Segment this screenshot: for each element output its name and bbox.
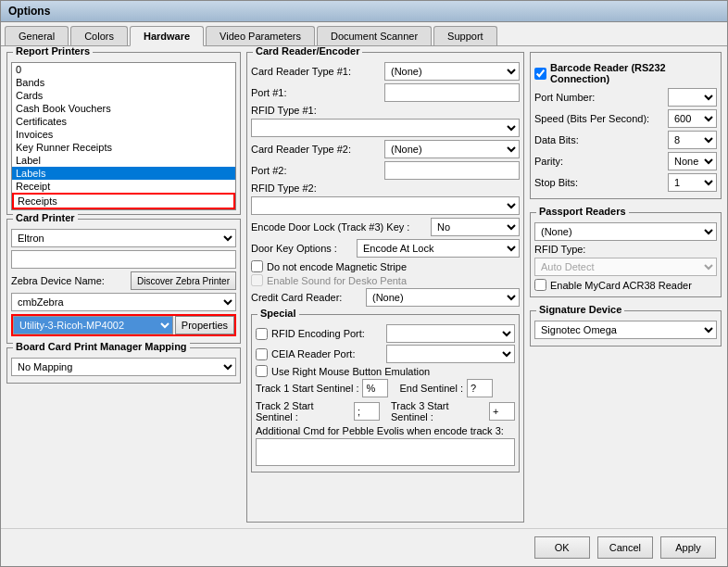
rfid1-label: RFID Type #1: (251, 105, 381, 116)
ceia-checkbox[interactable] (256, 348, 268, 360)
enable-sound-row: Enable Sound for Desko Penta (251, 274, 520, 286)
do-not-encode-label: Do not encode Magnetic Stripe (267, 261, 407, 272)
encode-door-select[interactable]: No (431, 218, 520, 236)
track3-start-input[interactable] (489, 402, 515, 421)
data-bits-select[interactable]: 8 (668, 131, 717, 149)
rfid-encoding-checkbox[interactable] (256, 328, 268, 340)
signature-select-row: Signotec Omega (534, 321, 717, 339)
stop-bits-select[interactable]: 1 (668, 173, 717, 192)
printer-item-receipts[interactable]: Receipts (12, 193, 235, 209)
board-card-group: Board Card Print Manager Mapping No Mapp… (6, 347, 241, 384)
right-mouse-checkbox[interactable] (256, 365, 268, 377)
track2-start-input[interactable] (354, 402, 380, 421)
rfid-type-row: RFID Type: (534, 244, 717, 255)
encode-door-row: Encode Door Lock (Track #3) Key : No (251, 218, 520, 236)
no-mapping-row: No Mapping (11, 358, 236, 376)
speed-select[interactable]: 600 (668, 109, 717, 128)
port-number-select[interactable] (668, 88, 717, 107)
track1-start-label: Track 1 Start Sentinel : (256, 383, 358, 394)
rfid2-row: RFID Type #2: (251, 183, 520, 194)
enable-mycard-label: Enable MyCard ACR38 Reader (550, 280, 692, 291)
footer: OK Cancel Apply (1, 528, 727, 566)
card-printer-group: Card Printer Eltron Zebra Device Name: D… (6, 219, 241, 344)
parity-select[interactable]: None (668, 152, 717, 170)
data-bits-label: Data Bits: (534, 134, 664, 145)
door-key-select[interactable]: Encode At Lock (357, 239, 520, 258)
enable-mycard-row: Enable MyCard ACR38 Reader (534, 279, 717, 291)
additional-cmd-label: Additional Cmd for Pebble Evolis when en… (256, 425, 515, 436)
ok-button[interactable]: OK (534, 536, 590, 559)
no-mapping-select[interactable]: No Mapping (11, 358, 236, 376)
printer-item-certificates[interactable]: Certificates (12, 115, 235, 128)
printer-list[interactable]: 0 Bands Cards Cash Book Vouchers Certifi… (11, 62, 236, 210)
cmb-zebra-row: cmbZebra (11, 293, 236, 311)
signature-select[interactable]: Signotec Omega (534, 321, 717, 339)
printer-item-reports[interactable]: Reports (12, 209, 235, 210)
rfid-encoding-select[interactable] (386, 324, 515, 343)
printer-item-receipt[interactable]: Receipt (12, 180, 235, 193)
special-label: Special (257, 308, 299, 319)
track1-start-input[interactable] (362, 379, 388, 397)
passport-select-row: (None) (534, 222, 717, 241)
port1-input[interactable] (384, 83, 520, 102)
enable-sound-label: Enable Sound for Desko Penta (267, 275, 407, 286)
track2-start-label: Track 2 Start Sentinel : (256, 400, 350, 422)
parity-row: Parity: None (534, 152, 717, 170)
barcode-label: Barcode Reader (RS232 Connection) (550, 62, 717, 84)
enable-sound-checkbox[interactable] (251, 274, 263, 286)
tab-general[interactable]: General (5, 26, 69, 45)
card-type1-row: Card Reader Type #1: (None) (251, 62, 520, 81)
cancel-button[interactable]: Cancel (597, 536, 653, 559)
additional-cmd-input[interactable] (256, 438, 515, 466)
card-printer-select[interactable]: Eltron (11, 229, 236, 247)
card-reader-label: Card Reader/Encoder (253, 46, 362, 57)
card-reader-group: Card Reader/Encoder Card Reader Type #1:… (246, 52, 524, 523)
parity-label: Parity: (534, 156, 664, 167)
port1-label: Port #1: (251, 87, 381, 98)
tab-document-scanner[interactable]: Document Scanner (317, 26, 432, 45)
printer-item-bands[interactable]: Bands (12, 76, 235, 89)
cmb-zebra-select[interactable]: cmbZebra (11, 293, 236, 311)
utility-printer-select[interactable]: Utility-3-Ricoh-MP4002 (13, 316, 173, 334)
apply-button[interactable]: Apply (660, 536, 716, 559)
options-window: Options General Colors Hardware Video Pa… (0, 0, 728, 567)
barcode-group: Barcode Reader (RS232 Connection) Port N… (530, 52, 722, 199)
barcode-checkbox[interactable] (534, 68, 546, 80)
passport-label: Passport Readers (536, 206, 629, 217)
printer-item-cards[interactable]: Cards (12, 89, 235, 102)
passport-select[interactable]: (None) (534, 222, 717, 241)
do-not-encode-checkbox[interactable] (251, 260, 263, 272)
printer-item-invoices[interactable]: Invoices (12, 128, 235, 141)
ceia-select[interactable] (386, 345, 515, 363)
signature-label: Signature Device (536, 304, 624, 315)
right-top: Card Reader/Encoder Card Reader Type #1:… (246, 52, 722, 523)
printer-item-labels[interactable]: Labels (12, 167, 235, 180)
tab-colors[interactable]: Colors (70, 26, 128, 45)
credit-card-label: Credit Card Reader: (251, 292, 362, 303)
printer-item-0[interactable]: 0 (12, 63, 235, 76)
special-group: Special RFID Encoding Port: (251, 314, 520, 472)
port2-input[interactable] (384, 161, 520, 180)
rfid1-select[interactable] (251, 119, 520, 137)
rfid2-select[interactable] (251, 196, 520, 215)
left-panel: Report Printers 0 Bands Cards Cash Book … (6, 52, 241, 523)
printer-item-keyrunner[interactable]: Key Runner Receipts (12, 141, 235, 154)
printer-item-label[interactable]: Label (12, 154, 235, 167)
discover-zebra-button[interactable]: Discover Zebra Printer (131, 271, 236, 290)
tab-video[interactable]: Video Parameters (206, 26, 315, 45)
rfid-type-label: RFID Type: (534, 244, 599, 255)
rfid-encoding-label: RFID Encoding Port: (271, 328, 383, 339)
track1-end-input[interactable] (467, 379, 493, 397)
rfid-type-select[interactable]: Auto Detect (534, 258, 717, 276)
card-type1-select[interactable]: (None) (384, 62, 520, 81)
printer-item-cashbook[interactable]: Cash Book Vouchers (12, 102, 235, 115)
tab-support[interactable]: Support (433, 26, 497, 45)
credit-card-select[interactable]: (None) (366, 288, 520, 307)
content-area: Report Printers 0 Bands Cards Cash Book … (1, 46, 727, 528)
card-type2-select[interactable]: (None) (384, 140, 520, 158)
enable-mycard-checkbox[interactable] (534, 279, 546, 291)
tab-hardware[interactable]: Hardware (130, 26, 204, 46)
port-number-row: Port Number: (534, 88, 717, 107)
right-mouse-label: Use Right Mouse Button Emulation (271, 366, 430, 377)
properties-button[interactable]: Properties (175, 316, 234, 334)
